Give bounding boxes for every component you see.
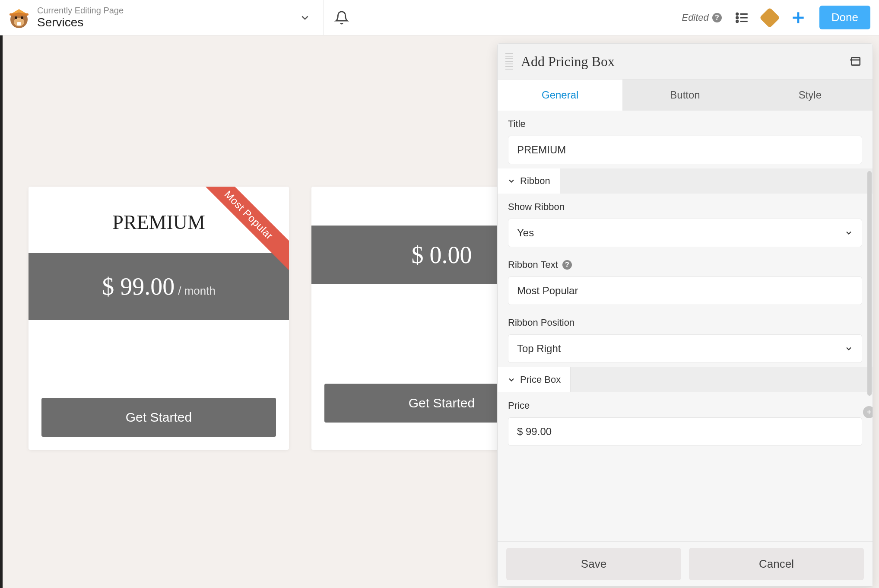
edited-status: Edited ? [682, 12, 721, 23]
title-label: Title [508, 118, 862, 130]
drag-handle-icon[interactable] [505, 53, 513, 70]
help-icon[interactable]: ? [562, 260, 572, 270]
price-main: $ 99.00 [102, 273, 175, 300]
beaver-logo-icon [8, 6, 30, 29]
panel-header[interactable]: Add Pricing Box [498, 44, 873, 79]
scrollbar[interactable] [867, 171, 872, 396]
done-button[interactable]: Done [819, 6, 870, 29]
edited-label: Edited [682, 12, 708, 23]
add-icon[interactable] [790, 10, 806, 26]
svg-rect-14 [851, 57, 860, 65]
topbar: Currently Editing Page Services Edited ? [0, 0, 879, 35]
add-field-icon[interactable]: + [863, 406, 873, 418]
panel-body: Title Ribbon Show Ribbon Yes [498, 111, 873, 541]
svg-point-9 [736, 13, 738, 15]
outline-icon[interactable] [735, 10, 749, 25]
select-value: Top Right [517, 343, 561, 355]
save-button[interactable]: Save [506, 548, 681, 580]
page-title: Services [37, 16, 124, 29]
bell-icon[interactable] [334, 10, 349, 25]
svg-point-3 [21, 16, 23, 19]
chevron-down-icon [844, 229, 853, 237]
price-band: $ 99.00 / month [29, 253, 289, 320]
help-icon[interactable]: ? [712, 13, 722, 22]
price-label: Price [508, 400, 862, 411]
cancel-button[interactable]: Cancel [689, 548, 864, 580]
ribbon-text-label: Ribbon Text ? [508, 259, 862, 270]
show-ribbon-label: Show Ribbon [508, 201, 862, 213]
chevron-down-icon [844, 344, 853, 353]
canvas: Most Popular PREMIUM $ 99.00 / month Get… [0, 35, 879, 588]
show-ribbon-select[interactable]: Yes [508, 219, 862, 247]
section-label: Ribbon [520, 175, 550, 187]
tabs: General Button Style [498, 79, 873, 111]
label-text: Ribbon Text [508, 259, 558, 270]
section-pricebox: Price Box [498, 367, 873, 392]
svg-rect-4 [17, 22, 21, 25]
tab-button[interactable]: Button [622, 79, 747, 111]
svg-point-10 [736, 16, 738, 18]
tab-general[interactable]: General [498, 79, 622, 111]
settings-panel: Add Pricing Box General Button Style Tit… [497, 43, 873, 587]
chevron-down-icon [507, 177, 516, 185]
section-toggle-pricebox[interactable]: Price Box [498, 367, 571, 392]
chevron-down-icon [507, 375, 516, 384]
svg-point-11 [736, 20, 738, 22]
section-ribbon: Ribbon [498, 168, 873, 194]
price-input[interactable] [508, 417, 862, 446]
section-toggle-ribbon[interactable]: Ribbon [498, 168, 560, 194]
expand-icon[interactable] [850, 56, 861, 67]
left-strip [0, 35, 3, 588]
pricing-card-premium[interactable]: Most Popular PREMIUM $ 99.00 / month Get… [29, 187, 289, 450]
get-started-button[interactable]: Get Started [41, 398, 276, 437]
ribbon-position-label: Ribbon Position [508, 317, 862, 328]
page-info: Currently Editing Page Services [37, 6, 124, 29]
panel-footer: Save Cancel [498, 541, 873, 586]
ribbon-position-select[interactable]: Top Right [508, 334, 862, 363]
svg-rect-5 [10, 13, 29, 16]
editing-label: Currently Editing Page [37, 6, 124, 16]
cookie-icon[interactable] [762, 10, 777, 25]
section-label: Price Box [520, 374, 561, 385]
ribbon-text-input[interactable] [508, 277, 862, 305]
price-period: / month [178, 284, 216, 298]
chevron-down-icon[interactable] [299, 12, 311, 23]
price-main: $ 0.00 [412, 241, 472, 269]
title-input[interactable] [508, 136, 862, 164]
page-selector[interactable]: Currently Editing Page Services [0, 0, 324, 35]
panel-title: Add Pricing Box [521, 54, 615, 70]
svg-point-2 [15, 16, 17, 19]
tab-style[interactable]: Style [748, 79, 873, 111]
select-value: Yes [517, 227, 534, 239]
